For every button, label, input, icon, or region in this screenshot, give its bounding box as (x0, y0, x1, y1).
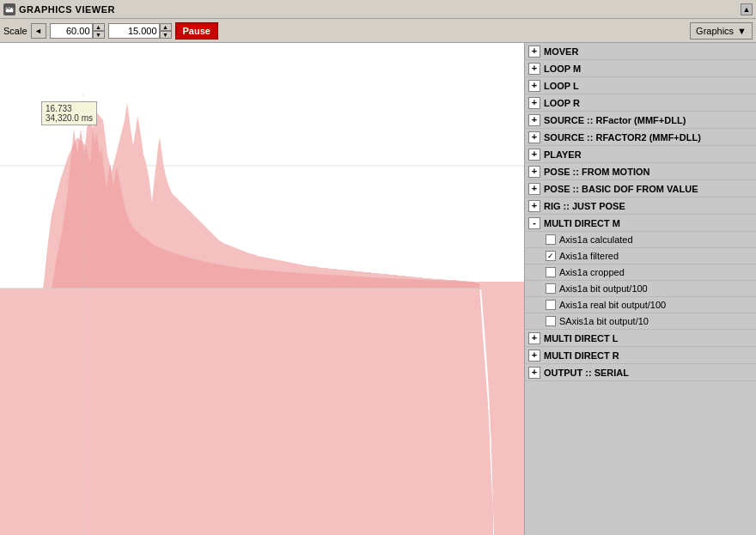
value2-input[interactable]: 15.000 (108, 23, 160, 39)
saxis1a-bit-output-checkbox[interactable] (546, 316, 556, 326)
axis1a-cropped-label: Axis1a cropped (559, 267, 625, 277)
tooltip-line1: 16.733 (46, 104, 93, 113)
scale-label: Scale (3, 26, 27, 36)
value2-down-button[interactable]: ▼ (160, 31, 172, 39)
axis1a-cropped-checkbox[interactable] (546, 267, 556, 277)
axis1a-filtered-checkbox[interactable] (546, 251, 556, 261)
panel-item-loop-m[interactable]: + LOOP M (525, 60, 756, 77)
pose-basic-dof-expand-button[interactable]: + (528, 183, 540, 195)
multi-direct-m-collapse-button[interactable]: - (528, 217, 540, 229)
panel-item-rig-just-pose[interactable]: + RIG :: JUST POSE (525, 198, 756, 215)
axis1a-filtered-label: Axis1a filtered (559, 251, 619, 261)
player-expand-button[interactable]: + (528, 149, 540, 161)
value1-spinner-buttons: ▲ ▼ (93, 23, 105, 39)
panel-item-multi-direct-m[interactable]: - MULTI DIRECT M (525, 215, 756, 232)
window-title: GRAPHICS VIEWER (19, 4, 115, 15)
value1-up-button[interactable]: ▲ (93, 23, 105, 31)
sub-item-axis1a-bit-output[interactable]: Axis1a bit output/100 (525, 281, 756, 297)
window-controls[interactable]: ▲ (741, 3, 753, 15)
mover-label: MOVER (544, 46, 578, 57)
pose-from-motion-label: POSE :: FROM MOTION (544, 167, 649, 177)
multi-direct-r-expand-button[interactable]: + (528, 350, 540, 362)
loop-l-expand-button[interactable]: + (528, 80, 540, 92)
value2-spinner: 15.000 ▲ ▼ (108, 23, 172, 39)
loop-r-expand-button[interactable]: + (528, 97, 540, 109)
panel-item-multi-direct-l[interactable]: + MULTI DIRECT L (525, 330, 756, 347)
graphics-arrow-icon: ▼ (737, 26, 747, 36)
tooltip-line2: 34,320.0 ms (46, 113, 93, 123)
panel-item-pose-basic-dof[interactable]: + POSE :: BASIC DOF FROM VALUE (525, 180, 756, 198)
value1-input[interactable]: 60.00 (50, 23, 93, 39)
graphics-label: Graphics (696, 26, 734, 36)
source-rfactor2-label: SOURCE :: RFACTOR2 (MMF+DLL) (544, 132, 701, 143)
pose-from-motion-expand-button[interactable]: + (528, 166, 540, 178)
panel-item-loop-r[interactable]: + LOOP R (525, 94, 756, 112)
panel-item-loop-l[interactable]: + LOOP L (525, 77, 756, 94)
source-rfactor-label: SOURCE :: RFactor (MMF+DLL) (544, 115, 686, 125)
axis1a-calculated-label: Axis1a calculated (559, 234, 633, 245)
right-panel: + MOVER + LOOP M + LOOP L + LOOP R + SOU… (524, 43, 756, 535)
output-serial-expand-button[interactable]: + (528, 367, 540, 379)
value2-up-button[interactable]: ▲ (160, 23, 172, 31)
source-rfactor2-expand-button[interactable]: + (528, 131, 540, 143)
multi-direct-l-label: MULTI DIRECT L (544, 333, 619, 343)
loop-l-label: LOOP L (544, 81, 579, 91)
multi-direct-m-subitems: Axis1a calculated Axis1a filtered Axis1a… (525, 232, 756, 330)
multi-direct-r-label: MULTI DIRECT R (544, 350, 619, 361)
main-content: 16.733 34,320.0 ms (0, 43, 756, 535)
title-bar: GRAPHICS VIEWER ▲ (0, 0, 756, 19)
panel-item-mover[interactable]: + MOVER (525, 43, 756, 60)
value2-spinner-buttons: ▲ ▼ (160, 23, 172, 39)
value1-spinner: 60.00 ▲ ▼ (50, 23, 105, 39)
pause-button[interactable]: Pause (175, 22, 218, 40)
minimize-button[interactable]: ▲ (741, 3, 753, 15)
chart-area[interactable]: 16.733 34,320.0 ms (0, 43, 524, 535)
player-label: PLAYER (544, 149, 582, 160)
source-rfactor-expand-button[interactable]: + (528, 114, 540, 126)
saxis1a-bit-output-label: SAxis1a bit output/10 (559, 316, 649, 326)
sub-item-saxis1a-bit-output[interactable]: SAxis1a bit output/10 (525, 313, 756, 330)
loop-m-label: LOOP M (544, 64, 581, 74)
loop-m-expand-button[interactable]: + (528, 63, 540, 75)
sub-item-axis1a-real-bit-output[interactable]: Axis1a real bit output/100 (525, 297, 756, 313)
rig-just-pose-label: RIG :: JUST POSE (544, 201, 625, 211)
graphics-button[interactable]: Graphics ▼ (690, 22, 753, 40)
pose-basic-dof-label: POSE :: BASIC DOF FROM VALUE (544, 184, 698, 194)
panel-item-multi-direct-r[interactable]: + MULTI DIRECT R (525, 347, 756, 364)
sub-item-axis1a-cropped[interactable]: Axis1a cropped (525, 264, 756, 281)
output-serial-label: OUTPUT :: SERIAL (544, 368, 629, 378)
app-icon (3, 3, 15, 15)
axis1a-real-bit-output-label: Axis1a real bit output/100 (559, 300, 666, 310)
loop-r-label: LOOP R (544, 98, 580, 108)
mover-expand-button[interactable]: + (528, 46, 540, 58)
rig-just-pose-expand-button[interactable]: + (528, 200, 540, 212)
multi-direct-l-expand-button[interactable]: + (528, 332, 540, 344)
scale-left-arrow[interactable]: ◄ (31, 23, 46, 39)
axis1a-real-bit-output-checkbox[interactable] (546, 300, 556, 310)
panel-item-pose-from-motion[interactable]: + POSE :: FROM MOTION (525, 163, 756, 180)
sub-item-axis1a-calculated[interactable]: Axis1a calculated (525, 232, 756, 248)
toolbar: Scale ◄ 60.00 ▲ ▼ 15.000 ▲ ▼ Pause Graph… (0, 19, 756, 43)
axis1a-bit-output-label: Axis1a bit output/100 (559, 283, 648, 294)
panel-item-player[interactable]: + PLAYER (525, 146, 756, 163)
value1-down-button[interactable]: ▼ (93, 31, 105, 39)
panel-item-output-serial[interactable]: + OUTPUT :: SERIAL (525, 364, 756, 381)
chart-tooltip: 16.733 34,320.0 ms (41, 101, 97, 125)
panel-item-source-rfactor[interactable]: + SOURCE :: RFactor (MMF+DLL) (525, 112, 756, 129)
panel-item-source-rfactor2[interactable]: + SOURCE :: RFACTOR2 (MMF+DLL) (525, 129, 756, 146)
axis1a-calculated-checkbox[interactable] (546, 234, 556, 245)
multi-direct-m-label: MULTI DIRECT M (544, 218, 620, 228)
axis1a-bit-output-checkbox[interactable] (546, 283, 556, 294)
sub-item-axis1a-filtered[interactable]: Axis1a filtered (525, 248, 756, 264)
